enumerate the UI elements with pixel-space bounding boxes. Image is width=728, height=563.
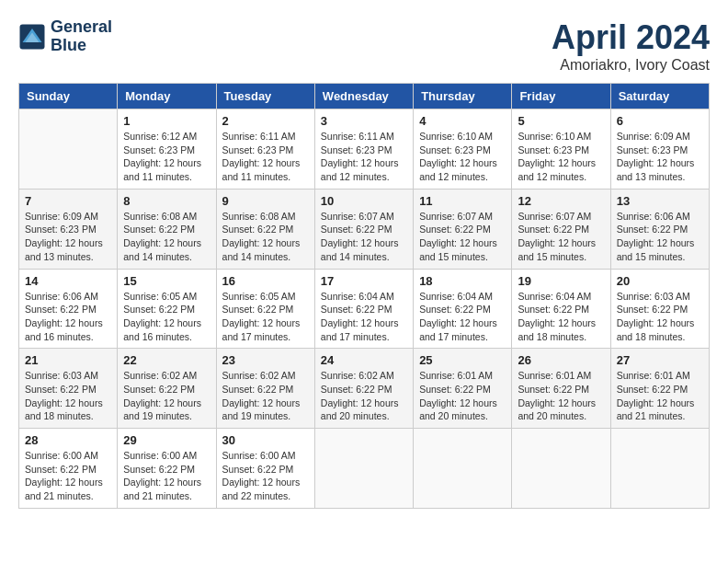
weekday-header-friday: Friday bbox=[512, 84, 610, 109]
weekday-header-thursday: Thursday bbox=[414, 84, 512, 109]
day-number: 5 bbox=[518, 114, 604, 128]
calendar-cell: 24Sunrise: 6:02 AMSunset: 6:22 PMDayligh… bbox=[314, 349, 413, 429]
day-info: Sunrise: 6:10 AMSunset: 6:23 PMDaylight:… bbox=[518, 130, 604, 184]
day-number: 26 bbox=[518, 353, 604, 367]
day-number: 17 bbox=[321, 274, 407, 288]
day-info: Sunrise: 6:07 AMSunset: 6:22 PMDaylight:… bbox=[321, 210, 407, 264]
day-info: Sunrise: 6:06 AMSunset: 6:22 PMDaylight:… bbox=[617, 210, 703, 264]
calendar-cell: 16Sunrise: 6:05 AMSunset: 6:22 PMDayligh… bbox=[216, 269, 314, 349]
day-info: Sunrise: 6:09 AMSunset: 6:23 PMDaylight:… bbox=[617, 130, 703, 184]
day-info: Sunrise: 6:01 AMSunset: 6:22 PMDaylight:… bbox=[518, 369, 604, 423]
day-info: Sunrise: 6:08 AMSunset: 6:22 PMDaylight:… bbox=[222, 210, 309, 264]
day-info: Sunrise: 6:07 AMSunset: 6:22 PMDaylight:… bbox=[419, 210, 506, 264]
calendar-table: SundayMondayTuesdayWednesdayThursdayFrid… bbox=[18, 83, 710, 509]
day-info: Sunrise: 6:11 AMSunset: 6:23 PMDaylight:… bbox=[222, 130, 309, 184]
calendar-cell: 28Sunrise: 6:00 AMSunset: 6:22 PMDayligh… bbox=[19, 429, 118, 509]
day-number: 3 bbox=[321, 114, 407, 128]
weekday-header-tuesday: Tuesday bbox=[216, 84, 314, 109]
day-info: Sunrise: 6:04 AMSunset: 6:22 PMDaylight:… bbox=[518, 290, 604, 344]
weekday-header-monday: Monday bbox=[118, 84, 216, 109]
day-info: Sunrise: 6:07 AMSunset: 6:22 PMDaylight:… bbox=[518, 210, 604, 264]
day-info: Sunrise: 6:04 AMSunset: 6:22 PMDaylight:… bbox=[419, 290, 506, 344]
calendar-cell: 5Sunrise: 6:10 AMSunset: 6:23 PMDaylight… bbox=[512, 109, 610, 190]
calendar-cell: 11Sunrise: 6:07 AMSunset: 6:22 PMDayligh… bbox=[414, 189, 512, 269]
day-info: Sunrise: 6:03 AMSunset: 6:22 PMDaylight:… bbox=[617, 290, 703, 344]
calendar-cell: 18Sunrise: 6:04 AMSunset: 6:22 PMDayligh… bbox=[414, 269, 512, 349]
calendar-cell: 14Sunrise: 6:06 AMSunset: 6:22 PMDayligh… bbox=[19, 269, 118, 349]
day-info: Sunrise: 6:08 AMSunset: 6:22 PMDaylight:… bbox=[123, 210, 210, 264]
logo-text: General Blue bbox=[51, 18, 112, 55]
day-info: Sunrise: 6:03 AMSunset: 6:22 PMDaylight:… bbox=[25, 369, 111, 423]
month-title: April 2024 bbox=[552, 18, 710, 57]
calendar-cell: 25Sunrise: 6:01 AMSunset: 6:22 PMDayligh… bbox=[414, 349, 512, 429]
day-number: 4 bbox=[419, 114, 506, 128]
calendar-cell bbox=[19, 109, 118, 190]
day-number: 2 bbox=[222, 114, 309, 128]
day-number: 1 bbox=[123, 114, 210, 128]
day-number: 23 bbox=[222, 353, 309, 367]
calendar-cell: 10Sunrise: 6:07 AMSunset: 6:22 PMDayligh… bbox=[314, 189, 413, 269]
day-info: Sunrise: 6:11 AMSunset: 6:23 PMDaylight:… bbox=[321, 130, 407, 184]
calendar-cell: 8Sunrise: 6:08 AMSunset: 6:22 PMDaylight… bbox=[118, 189, 216, 269]
day-number: 16 bbox=[222, 274, 309, 288]
day-info: Sunrise: 6:12 AMSunset: 6:23 PMDaylight:… bbox=[123, 130, 210, 184]
day-number: 12 bbox=[518, 194, 604, 208]
calendar-cell: 3Sunrise: 6:11 AMSunset: 6:23 PMDaylight… bbox=[314, 109, 413, 190]
weekday-header-sunday: Sunday bbox=[19, 84, 118, 109]
calendar-cell bbox=[610, 429, 709, 509]
day-info: Sunrise: 6:04 AMSunset: 6:22 PMDaylight:… bbox=[321, 290, 407, 344]
day-number: 29 bbox=[123, 433, 210, 447]
calendar-cell: 22Sunrise: 6:02 AMSunset: 6:22 PMDayligh… bbox=[118, 349, 216, 429]
logo: General Blue bbox=[18, 18, 112, 55]
day-number: 20 bbox=[617, 274, 703, 288]
day-number: 25 bbox=[419, 353, 506, 367]
calendar-cell: 19Sunrise: 6:04 AMSunset: 6:22 PMDayligh… bbox=[512, 269, 610, 349]
weekday-header-wednesday: Wednesday bbox=[314, 84, 413, 109]
day-number: 30 bbox=[222, 433, 309, 447]
day-number: 14 bbox=[25, 274, 111, 288]
logo-icon bbox=[18, 23, 46, 51]
day-number: 11 bbox=[419, 194, 506, 208]
calendar-cell: 7Sunrise: 6:09 AMSunset: 6:23 PMDaylight… bbox=[19, 189, 118, 269]
day-number: 6 bbox=[617, 114, 703, 128]
calendar-cell bbox=[512, 429, 610, 509]
calendar-cell bbox=[314, 429, 413, 509]
calendar-cell: 13Sunrise: 6:06 AMSunset: 6:22 PMDayligh… bbox=[610, 189, 709, 269]
day-info: Sunrise: 6:01 AMSunset: 6:22 PMDaylight:… bbox=[419, 369, 506, 423]
day-info: Sunrise: 6:09 AMSunset: 6:23 PMDaylight:… bbox=[25, 210, 111, 264]
calendar-cell: 20Sunrise: 6:03 AMSunset: 6:22 PMDayligh… bbox=[610, 269, 709, 349]
day-info: Sunrise: 6:02 AMSunset: 6:22 PMDaylight:… bbox=[222, 369, 309, 423]
calendar-cell: 15Sunrise: 6:05 AMSunset: 6:22 PMDayligh… bbox=[118, 269, 216, 349]
day-number: 7 bbox=[25, 194, 111, 208]
calendar-cell bbox=[414, 429, 512, 509]
calendar-cell: 4Sunrise: 6:10 AMSunset: 6:23 PMDaylight… bbox=[414, 109, 512, 190]
location-title: Amoriakro, Ivory Coast bbox=[552, 57, 710, 74]
calendar-cell: 21Sunrise: 6:03 AMSunset: 6:22 PMDayligh… bbox=[19, 349, 118, 429]
day-number: 13 bbox=[617, 194, 703, 208]
calendar-cell: 27Sunrise: 6:01 AMSunset: 6:22 PMDayligh… bbox=[610, 349, 709, 429]
day-number: 21 bbox=[25, 353, 111, 367]
day-info: Sunrise: 6:05 AMSunset: 6:22 PMDaylight:… bbox=[222, 290, 309, 344]
day-number: 19 bbox=[518, 274, 604, 288]
day-number: 28 bbox=[25, 433, 111, 447]
calendar-cell: 29Sunrise: 6:00 AMSunset: 6:22 PMDayligh… bbox=[118, 429, 216, 509]
day-info: Sunrise: 6:06 AMSunset: 6:22 PMDaylight:… bbox=[25, 290, 111, 344]
day-number: 9 bbox=[222, 194, 309, 208]
calendar-cell: 9Sunrise: 6:08 AMSunset: 6:22 PMDaylight… bbox=[216, 189, 314, 269]
day-number: 22 bbox=[123, 353, 210, 367]
day-info: Sunrise: 6:00 AMSunset: 6:22 PMDaylight:… bbox=[123, 449, 210, 503]
calendar-cell: 26Sunrise: 6:01 AMSunset: 6:22 PMDayligh… bbox=[512, 349, 610, 429]
day-number: 15 bbox=[123, 274, 210, 288]
day-info: Sunrise: 6:01 AMSunset: 6:22 PMDaylight:… bbox=[617, 369, 703, 423]
day-number: 8 bbox=[123, 194, 210, 208]
day-info: Sunrise: 6:02 AMSunset: 6:22 PMDaylight:… bbox=[321, 369, 407, 423]
calendar-cell: 23Sunrise: 6:02 AMSunset: 6:22 PMDayligh… bbox=[216, 349, 314, 429]
day-info: Sunrise: 6:10 AMSunset: 6:23 PMDaylight:… bbox=[419, 130, 506, 184]
day-number: 10 bbox=[321, 194, 407, 208]
day-info: Sunrise: 6:00 AMSunset: 6:22 PMDaylight:… bbox=[25, 449, 111, 503]
calendar-cell: 1Sunrise: 6:12 AMSunset: 6:23 PMDaylight… bbox=[118, 109, 216, 190]
day-number: 27 bbox=[617, 353, 703, 367]
day-number: 18 bbox=[419, 274, 506, 288]
day-info: Sunrise: 6:02 AMSunset: 6:22 PMDaylight:… bbox=[123, 369, 210, 423]
day-info: Sunrise: 6:00 AMSunset: 6:22 PMDaylight:… bbox=[222, 449, 309, 503]
